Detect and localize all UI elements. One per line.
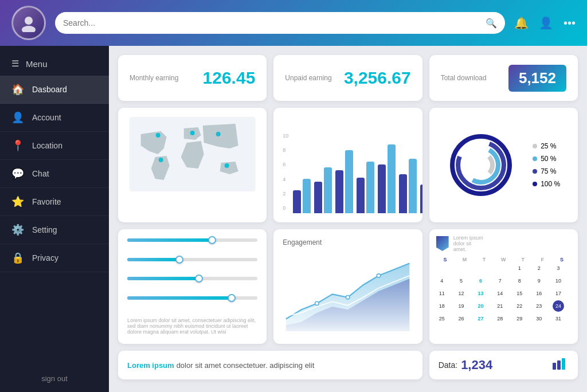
cal-cell: 25 [436,313,448,324]
user-icon[interactable]: 👤 [539,16,553,30]
slider-track[interactable] [127,296,257,300]
sidebar-item-chat[interactable]: 💬 Chat [0,160,109,188]
bar [314,182,322,213]
map-card [118,108,267,222]
svg-point-5 [216,132,221,136]
svg-point-7 [159,158,163,162]
bar-group-1 [293,179,311,213]
legend-label: 50 % [541,155,556,163]
slider-track[interactable] [127,277,257,280]
chart-y-axis: 10 8 6 4 2 0 [283,133,288,213]
svg-point-1 [22,26,36,32]
cal-cell: 27 [475,313,486,324]
slider-thumb[interactable] [195,275,203,283]
search-bar[interactable]: 🔍 [55,12,505,34]
slider-4 [127,296,257,308]
calendar-days-header: S M T W T F S [436,257,571,262]
slider-thumb[interactable] [228,294,236,302]
cal-cell: 22 [514,300,525,312]
slider-track[interactable] [127,258,257,261]
legend-label: 100 % [541,180,560,188]
search-icon: 🔍 [486,18,497,29]
monthly-label: Monthly earning [130,73,178,83]
header-actions: 🔔 👤 ••• [514,16,576,30]
cal-cell: 29 [514,313,525,324]
cal-cell: 17 [553,288,564,299]
sidebar-label-chat: Chat [32,169,49,178]
sidebar-label-privacy: Privacy [32,253,58,262]
cal-cell: 31 [553,313,564,324]
legend-item-25: 25 % [533,142,560,150]
sidebar-label-location: Location [32,141,62,150]
cal-cell: 30 [533,313,545,324]
sidebar: ☰ Menu 🏠 Dasboard 👤 Account 📍 Location 💬… [0,46,109,392]
day-label-t2: T [514,257,532,262]
day-label-w: W [494,257,512,262]
cal-cell: 4 [436,275,448,287]
svg-point-6 [225,163,229,168]
chat-icon: 💬 [11,167,24,180]
svg-point-13 [346,296,350,299]
bar [378,164,386,213]
more-icon[interactable]: ••• [563,17,576,30]
slider-1 [127,238,257,250]
cal-cell: 14 [494,288,506,299]
sidebar-item-location[interactable]: 📍 Location [0,132,109,160]
bottom-bar: Lorem ipsum dolor sit amet consectetuer.… [118,351,422,379]
bar-chart-card: 10 8 6 4 2 0 [273,108,422,222]
location-icon: 📍 [11,139,24,152]
sidebar-item-dashboard[interactable]: 🏠 Dasboard [0,76,109,104]
sidebar-item-setting[interactable]: ⚙️ Setting [0,216,109,244]
data-bar-inner: Data: 1,234 [429,351,578,379]
svg-point-12 [315,301,319,305]
signout-button[interactable]: sign out [0,365,109,392]
cal-cell-today: 24 [553,300,564,312]
bar-group-7 [420,172,422,213]
sidebar-item-privacy[interactable]: 🔒 Privacy [0,244,109,272]
sidebar-item-account[interactable]: 👤 Account [0,104,109,132]
bar-group-3 [335,150,353,213]
bar [357,178,365,213]
unpaid-label: Unpaid earning [285,73,331,83]
bottom-highlight: Lorem ipsum [127,361,174,370]
legend-dot [533,169,537,174]
bell-icon[interactable]: 🔔 [514,16,529,30]
bar-group-4 [357,162,374,213]
day-label-s1: S [436,257,455,262]
donut-legend: 25 % 50 % 75 % 100 % [533,142,560,188]
sidebar-menu-header[interactable]: ☰ Menu [0,52,109,76]
cal-cell-today-week: 6 [475,275,486,287]
slider-track[interactable] [127,238,257,242]
bar [335,170,343,213]
calendar-header: Lorem ipsumdolor sitamet. [436,235,571,252]
cal-cell [456,262,467,274]
cal-cell: 26 [456,313,467,324]
cal-cell: 12 [456,288,467,299]
svg-point-0 [25,17,33,25]
svg-point-8 [469,154,492,177]
slider-thumb[interactable] [208,236,216,244]
svg-point-4 [190,131,195,135]
slider-fill [127,258,179,261]
slider-3 [127,277,257,288]
day-label-t1: T [475,257,493,262]
search-input[interactable] [63,18,481,28]
bar [303,179,311,213]
world-map [127,117,257,191]
data-bar-content: Data: 1,234 [439,358,493,373]
header: 🔍 🔔 👤 ••• [0,0,587,46]
calendar-flag [436,236,449,251]
legend-item-100: 100 % [533,180,560,188]
svg-point-14 [377,274,381,277]
cal-cell: 20 [475,300,486,312]
cal-cell: 2 [533,262,545,274]
slider-lorem-text: Lorem ipsum dolor sit amet, consectetuer… [127,317,257,335]
bar-group-5 [378,144,396,213]
day-label-s2: S [553,257,571,262]
day-label-m: M [456,257,474,262]
slider-thumb[interactable] [175,256,183,264]
data-label: Data: [439,360,457,370]
sidebar-item-favorite[interactable]: ⭐ Favorite [0,188,109,216]
cal-cell: 16 [533,288,545,299]
svg-rect-17 [562,358,565,370]
